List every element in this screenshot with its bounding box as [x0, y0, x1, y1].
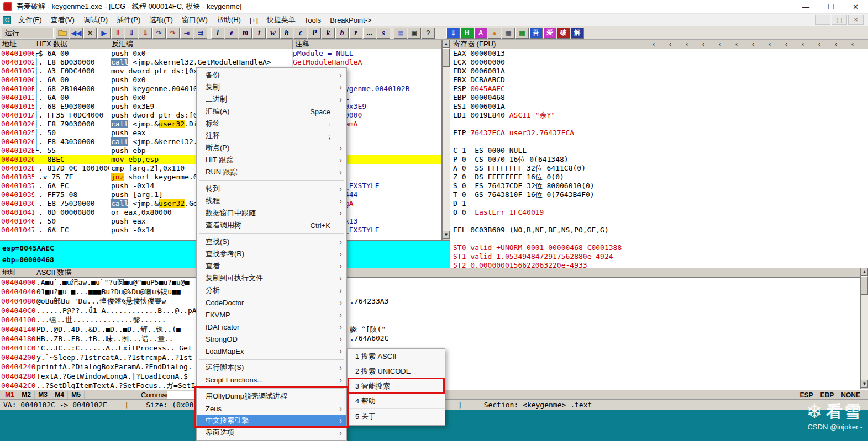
dump-row[interactable]: 00404000 .A■u`.■u纪aw.■u`"?u圆■u@"■uP5■u?■… — [0, 278, 860, 287]
submenu-item[interactable]: 4 帮助 — [348, 394, 445, 409]
context-menu-item[interactable]: StrongOD › — [197, 333, 346, 345]
register-row[interactable]: S 0 FS 76437CDE 32位 80006010(0) — [450, 182, 868, 190]
context-menu-item[interactable]: 中文搜索引擎 › — [197, 415, 346, 427]
plugin-dot-button[interactable]: ● — [488, 28, 501, 39]
register-row[interactable]: ESP 0045AAEC — [450, 84, 868, 93]
mdi-close-button[interactable]: × — [848, 15, 864, 25]
dump-column-address[interactable]: 地址 — [0, 268, 34, 277]
references-window-button[interactable]: r — [349, 28, 362, 39]
submenu-item[interactable]: 1 搜索 ASCII — [348, 349, 445, 364]
context-menu-item[interactable] — [197, 386, 346, 390]
scrollbar-thumb[interactable] — [443, 48, 450, 67]
windows-window-button[interactable]: w — [266, 28, 280, 39]
column-header-hex[interactable]: HEX 数据 — [34, 40, 109, 49]
dump-scrollbar[interactable]: ▲ ▼ — [860, 268, 868, 389]
context-menu-item[interactable]: Script Functions... › — [197, 374, 346, 386]
register-row[interactable]: D 1 — [450, 199, 868, 208]
register-row[interactable]: ESI 0006001A — [450, 102, 868, 111]
close-button[interactable]: ✕ — [843, 0, 868, 13]
macro-tab[interactable]: M4 — [51, 391, 68, 399]
minimize-button[interactable]: — — [793, 0, 818, 13]
context-menu-item[interactable]: 用OllyDump脱壳调试进程 — [197, 390, 346, 402]
submenu-item[interactable]: 2 搜索 UNICODE — [348, 364, 445, 379]
step-into-button[interactable]: ↷ — [152, 28, 166, 39]
memory-window-button[interactable]: m — [239, 28, 252, 39]
context-menu-item[interactable] — [197, 178, 346, 183]
dump-row[interactable]: 00404100 ...缰..世..............鬓...... — [0, 315, 860, 325]
run-trace-window-button[interactable]: ... — [363, 28, 376, 39]
dump-row[interactable]: 004040C0 ......P@??..ǘ1 A............B..… — [0, 306, 860, 315]
context-menu-item[interactable]: 标签 : — [197, 118, 346, 130]
context-menu-item[interactable]: 注释 ; — [197, 130, 346, 142]
trace-into-button[interactable]: ⇓ — [125, 28, 138, 39]
dump-column-ascii[interactable]: ASCII 数据 — [34, 268, 860, 277]
handles-window-button[interactable]: h — [280, 28, 293, 39]
plugin-grid-button[interactable]: ▦ — [502, 28, 515, 39]
context-menu-item[interactable]: 数据窗口中跟随 › — [197, 207, 346, 219]
plugin-jie-button[interactable]: 解 — [571, 28, 584, 39]
source-window-button[interactable]: s — [377, 28, 390, 39]
macro-tab[interactable]: M2 — [18, 391, 35, 399]
plugin-wu-button[interactable]: 吾 — [529, 28, 543, 39]
appearance-button[interactable]: ▣ — [408, 28, 421, 39]
register-row[interactable]: EBP 00000468 — [450, 93, 868, 102]
pause-button[interactable]: ‖ — [111, 28, 124, 39]
register-row[interactable]: EDX 0006001A — [450, 67, 868, 76]
context-menu-item[interactable]: 复制 › — [197, 81, 346, 93]
register-row[interactable]: ST1 valid 1.0534948472917562880e-4924 — [450, 252, 868, 261]
context-menu-item[interactable]: 界面选项 › — [197, 427, 346, 439]
context-menu-item[interactable]: 查找参考(R) › — [197, 248, 346, 260]
menu-item[interactable]: 选项(T) — [145, 14, 177, 26]
context-menu-item[interactable]: CodeDoctor › — [197, 296, 346, 309]
macro-tab[interactable]: M5 — [68, 391, 85, 399]
patches-window-button[interactable]: P — [308, 28, 321, 39]
cpu-window-button[interactable]: c — [294, 28, 307, 39]
help-button[interactable]: ? — [422, 28, 435, 39]
scroll-down-icon[interactable]: ▼ — [443, 231, 450, 239]
threads-window-button[interactable]: t — [252, 28, 266, 39]
menu-item[interactable]: Tools — [300, 14, 325, 26]
run-button[interactable]: ▶ — [97, 28, 111, 39]
disasm-row[interactable]: 00401002 │. E8 6D030000 call <jmp.&kerne… — [0, 58, 441, 67]
plugin-analyzer-button[interactable]: A — [474, 28, 487, 39]
log-window-button[interactable]: l — [211, 28, 224, 39]
register-row[interactable]: P 0 CS 0070 16位 0(641348) — [450, 155, 868, 164]
submenu-item[interactable]: 3 智能搜索 — [348, 379, 445, 394]
plugin-ollydump-button[interactable]: ⇓ — [446, 28, 460, 39]
context-menu-item[interactable]: 复制到可执行文件 › — [197, 272, 346, 284]
register-row[interactable]: ST2 0.0000000156622063220e-4933 — [450, 261, 868, 268]
plugin-po-button[interactable]: 破 — [557, 28, 570, 39]
menu-item[interactable]: [+] — [245, 14, 262, 26]
menu-item[interactable]: 文件(F) — [14, 14, 46, 26]
step-over-button[interactable]: ↷ — [166, 28, 180, 39]
register-row[interactable] — [450, 120, 868, 129]
context-menu-item[interactable]: 断点(P) › — [197, 142, 346, 154]
plugin-ai-button[interactable]: 爱 — [543, 28, 556, 39]
context-menu-item[interactable]: 转到 › — [197, 183, 346, 195]
scroll-down-icon[interactable]: ▼ — [861, 380, 868, 388]
register-row[interactable]: ST0 valid +UNORM 0001 00000468 C0001388 — [450, 243, 868, 252]
menu-item[interactable]: 查看(V) — [46, 14, 79, 26]
plugin-grid-green-button[interactable]: ▦ — [515, 28, 529, 39]
open-file-button[interactable] — [56, 28, 69, 39]
menu-item[interactable]: 帮助(H) — [212, 14, 245, 26]
menu-item[interactable]: BreakPoint-> — [325, 14, 376, 26]
context-menu-item[interactable]: FKVMP › — [197, 309, 346, 321]
register-row[interactable] — [450, 235, 868, 243]
context-menu-item[interactable]: 查找(S) › — [197, 236, 346, 248]
register-row[interactable]: EFL 0C03B609 (NO,B,NE,BE,NS,PO,GE,G) — [450, 226, 868, 235]
context-menu-item[interactable]: Zeus › — [197, 402, 346, 415]
context-menu-item[interactable] — [197, 231, 346, 236]
context-menu-item[interactable]: 查看调用树 Ctrl+K — [197, 219, 346, 231]
register-row[interactable]: T 0 GS 7643810F 16位 0(7643B4F0) — [450, 190, 868, 199]
menu-item[interactable]: 调试(D) — [79, 14, 112, 26]
execute-till-return-button[interactable]: ⇥ — [180, 28, 193, 39]
mdi-restore-button[interactable]: ▢ — [832, 15, 847, 25]
breakpoints-window-button[interactable]: b — [335, 28, 349, 39]
context-menu-item[interactable]: 运行脚本(S) › — [197, 362, 346, 374]
register-row[interactable]: Z 0 DS FFFFFFFF 16位 0(0) — [450, 173, 868, 182]
scroll-up-icon[interactable]: ▲ — [861, 268, 868, 276]
dump-row[interactable]: 00404040 01■u?■u ■...■■■Bu?Du@%Du@噢u$镍u■… — [0, 287, 860, 296]
register-row[interactable]: O 0 LastErr 1FC40019 — [450, 208, 868, 217]
disasm-row[interactable]: 00401000 ┌$ 6A 00 push 0x0 pModule = NUL… — [0, 49, 441, 58]
